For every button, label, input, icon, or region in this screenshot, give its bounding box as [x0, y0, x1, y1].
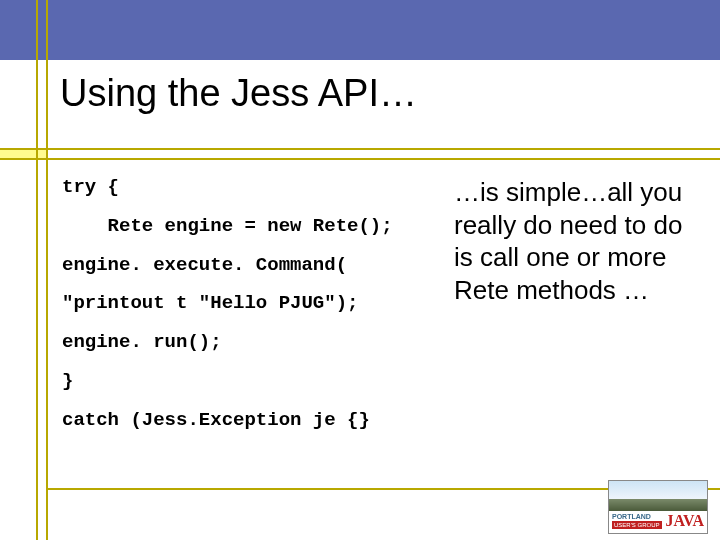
code-line: "printout t "Hello PJUG"); [62, 292, 442, 315]
slide: Using the Jess API… try { Rete engine = … [0, 0, 720, 540]
horizontal-rule-1 [0, 148, 720, 150]
logo-sky [609, 481, 707, 499]
code-line: engine. execute. Command( [62, 254, 442, 277]
code-line: Rete engine = new Rete(); [62, 215, 442, 238]
vertical-rule-2 [46, 0, 48, 540]
logo-java: JAVA [665, 514, 704, 528]
slide-title: Using the Jess API… [60, 72, 700, 115]
code-block: try { Rete engine = new Rete(); engine. … [62, 176, 442, 448]
vertical-rule-1 [36, 0, 38, 540]
code-line: catch (Jess.Exception je {} [62, 409, 442, 432]
logo-mountain [609, 499, 707, 511]
code-line: try { [62, 176, 442, 199]
pjug-logo: PORTLAND USER'S GROUP JAVA [608, 480, 708, 534]
body-text: …is simple…all you really do need to do … [454, 176, 700, 306]
logo-text-row: PORTLAND USER'S GROUP JAVA [609, 511, 707, 531]
code-line: engine. run(); [62, 331, 442, 354]
header-band [0, 0, 720, 60]
logo-users-group: USER'S GROUP [612, 521, 662, 529]
logo-portland: PORTLAND [612, 513, 662, 520]
horizontal-rule-2 [0, 158, 720, 160]
code-line: } [62, 370, 442, 393]
